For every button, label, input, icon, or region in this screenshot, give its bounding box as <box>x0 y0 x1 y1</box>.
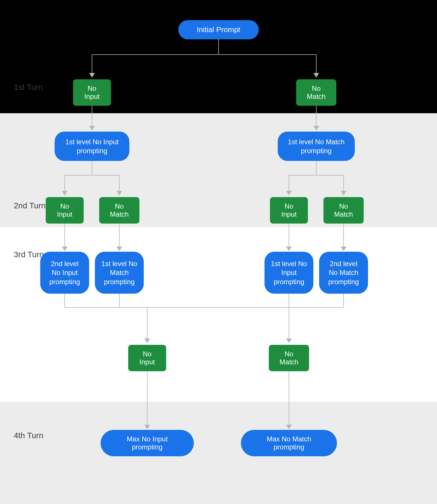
band-turn1 <box>0 0 437 113</box>
node-initial-prompt: Initial Prompt <box>178 20 259 39</box>
node-no-match-1: No Match <box>296 79 336 106</box>
node-no-match-2b: No Match <box>323 197 364 224</box>
node-no-match-3: No Match <box>269 345 309 371</box>
label-turn1: 1st Turn <box>14 83 43 92</box>
band-turn4 <box>0 402 437 504</box>
node-no-input-1: No Input <box>73 79 111 106</box>
label-turn4: 4th Turn <box>14 431 43 440</box>
node-2nd-no-match-prompt: 2nd level No Match prompting <box>319 252 368 294</box>
node-no-input-2b: No Input <box>270 197 308 224</box>
node-no-input-2a: No Input <box>46 197 84 224</box>
node-max-no-match: Max No Match prompting <box>241 430 337 456</box>
label-turn3: 3rd Turn <box>14 250 44 259</box>
node-1st-no-match-prompt-b: 1st level No Match prompting <box>95 252 144 294</box>
node-1st-no-input-prompt: 1st level No Input prompting <box>55 132 129 161</box>
node-max-no-input: Max No Input prompting <box>101 430 194 456</box>
node-no-match-2a: No Match <box>99 197 139 224</box>
label-turn2: 2nd Turn <box>14 201 46 210</box>
node-1st-no-input-prompt-b: 1st level No Input prompting <box>264 252 313 294</box>
node-no-input-3: No Input <box>128 345 166 371</box>
node-1st-no-match-prompt: 1st level No Match prompting <box>278 132 355 161</box>
node-2nd-no-input-prompt: 2nd level No Input prompting <box>40 252 89 294</box>
